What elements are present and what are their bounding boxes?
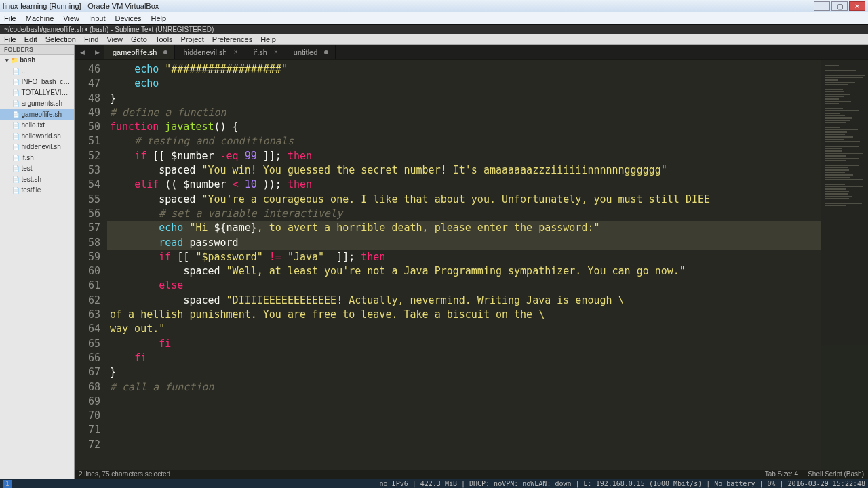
code-line[interactable]: # testing and conditionals (107, 134, 821, 148)
code-line[interactable]: read password (107, 236, 821, 250)
status-bar: 2 lines, 75 characters selected Tab Size… (75, 470, 868, 479)
tab-nav-next[interactable]: ▶ (90, 45, 104, 59)
sublime-menu-help[interactable]: Help (260, 35, 276, 43)
sidebar: FOLDERS bash ..INFO_bash_comparTOTALLYEV… (0, 45, 75, 479)
sidebar-file[interactable]: test.sh (0, 174, 74, 185)
vbox-menu-file[interactable]: File (4, 14, 16, 22)
vbox-titlebar: linux-learning [Running] - Oracle VM Vir… (0, 0, 868, 12)
status-meters-text: no IPv6 | 422.3 MiB | DHCP: noVPN: noWLA… (380, 480, 865, 487)
desktop-panel: 1 no IPv6 | 422.3 MiB | DHCP: noVPN: noW… (0, 479, 868, 488)
code-line[interactable]: echo (107, 77, 821, 91)
tab[interactable]: untitled (285, 45, 336, 59)
status-meters: no IPv6 | 422.3 MiB | DHCP: noVPN: noWLA… (380, 480, 865, 487)
code-line[interactable]: echo "Hi ${name}, to avert a horrible de… (107, 221, 821, 235)
code-line[interactable]: of a hellish punishment. You are free to… (107, 308, 821, 322)
tab-label: hiddenevil.sh (183, 48, 226, 56)
line-gutter: 4647484950515253545556575859606162636465… (75, 60, 107, 470)
sublime-menu-edit[interactable]: Edit (24, 35, 37, 43)
code-line[interactable]: way out." (107, 322, 821, 336)
tab-label: gameoflife.sh (113, 48, 157, 56)
code-line[interactable]: if [[ "$password" != "Java" ]]; then (107, 250, 821, 264)
code-line[interactable]: spaced "You're a courageous one. I like … (107, 192, 821, 207)
status-syntax[interactable]: Shell Script (Bash) (808, 470, 864, 478)
sublime-menu-file[interactable]: File (4, 35, 16, 43)
code-line[interactable]: elif (( $number < 10 )); then (107, 178, 821, 192)
vbox-menu-input[interactable]: Input (89, 14, 105, 22)
sidebar-heading: FOLDERS (0, 45, 74, 55)
sidebar-file[interactable]: TOTALLYEVIL.sh (0, 87, 74, 98)
tab[interactable]: if.sh× (245, 45, 285, 59)
code-line[interactable]: # define a function (107, 106, 821, 120)
dirty-dot-icon (324, 50, 328, 54)
tab-nav-prev[interactable]: ◀ (75, 45, 90, 59)
tab-label: if.sh (254, 48, 267, 56)
sidebar-file[interactable]: gameoflife.sh (0, 109, 74, 120)
code-line[interactable]: fi (107, 337, 821, 351)
code-line[interactable]: # call a function (107, 380, 821, 394)
code-line[interactable]: if [[ $number -eq 99 ]]; then (107, 149, 821, 163)
sublime-title: ~/code/bash/gameoflife.sh • (bash) - Sub… (4, 26, 214, 33)
tab[interactable]: gameoflife.sh (104, 45, 175, 59)
vbox-window-controls: — ▢ ✕ (814, 1, 865, 11)
tab[interactable]: hiddenevil.sh× (175, 45, 245, 59)
tabbar: ◀ ▶ gameoflife.shhiddenevil.sh×if.sh×unt… (75, 45, 868, 60)
code-area[interactable]: echo "##################" echo}# define … (107, 60, 821, 470)
editor: ◀ ▶ gameoflife.shhiddenevil.sh×if.sh×unt… (75, 45, 868, 479)
status-selection: 2 lines, 75 characters selected (79, 470, 170, 478)
dirty-dot-icon (163, 50, 167, 54)
sidebar-file[interactable]: if.sh (0, 152, 74, 163)
workspace: FOLDERS bash ..INFO_bash_comparTOTALLYEV… (0, 45, 868, 479)
code-line[interactable]: } (107, 92, 821, 106)
status-tabsize[interactable]: Tab Size: 4 (765, 470, 798, 478)
vbox-menu-devices[interactable]: Devices (115, 14, 141, 22)
sidebar-file[interactable]: testfile (0, 185, 74, 196)
code-line[interactable]: function javatest() { (107, 120, 821, 134)
sublime-menu-goto[interactable]: Goto (131, 35, 147, 43)
maximize-button[interactable]: ▢ (831, 1, 848, 11)
code-line[interactable]: spaced "DIIIIEEEEEEEEEEEE! Actually, nev… (107, 293, 821, 308)
sidebar-file[interactable]: arguments.sh (0, 98, 74, 109)
sidebar-file[interactable]: helloworld.sh (0, 131, 74, 142)
sidebar-file[interactable]: INFO_bash_compar (0, 77, 74, 87)
tab-label: untitled (294, 48, 317, 56)
editor-body[interactable]: 4647484950515253545556575859606162636465… (75, 60, 868, 470)
vbox-menubar: File Machine View Input Devices Help (0, 12, 868, 24)
code-line[interactable]: fi (107, 351, 821, 365)
sidebar-folder[interactable]: bash (0, 55, 74, 66)
sublime-menubar: File Edit Selection Find View Goto Tools… (0, 34, 868, 45)
code-line[interactable]: # set a variable interactively (107, 207, 821, 221)
close-icon[interactable]: × (274, 48, 278, 56)
sublime-menu-find[interactable]: Find (84, 35, 98, 43)
close-icon[interactable]: × (234, 48, 238, 56)
sublime-menu-selection[interactable]: Selection (45, 35, 76, 43)
sublime-menu-preferences[interactable]: Preferences (212, 35, 252, 43)
vbox-menu-view[interactable]: View (63, 14, 79, 22)
sublime-menu-project[interactable]: Project (181, 35, 204, 43)
code-line[interactable]: spaced "Well, at least you're not a Java… (107, 264, 821, 279)
minimap[interactable] (821, 60, 868, 470)
sidebar-file[interactable]: test (0, 163, 74, 174)
code-line[interactable]: else (107, 279, 821, 293)
vbox-menu-help[interactable]: Help (151, 14, 167, 22)
code-line[interactable]: } (107, 365, 821, 380)
sidebar-file[interactable]: hello.txt (0, 120, 74, 131)
sublime-titlebar: ~/code/bash/gameoflife.sh • (bash) - Sub… (0, 24, 868, 34)
close-button[interactable]: ✕ (849, 1, 865, 11)
sublime-menu-tools[interactable]: Tools (155, 35, 173, 43)
sublime-menu-view[interactable]: View (106, 35, 123, 43)
minimize-button[interactable]: — (814, 1, 830, 11)
code-line[interactable]: echo "##################" (107, 62, 821, 77)
code-line[interactable]: spaced "You win! You guessed the secret … (107, 163, 821, 178)
sidebar-file[interactable]: hiddenevil.sh (0, 142, 74, 152)
vbox-menu-machine[interactable]: Machine (26, 14, 54, 22)
sidebar-file[interactable]: .. (0, 66, 74, 77)
vbox-title: linux-learning [Running] - Oracle VM Vir… (3, 2, 814, 10)
workspace-indicator[interactable]: 1 (3, 480, 12, 488)
